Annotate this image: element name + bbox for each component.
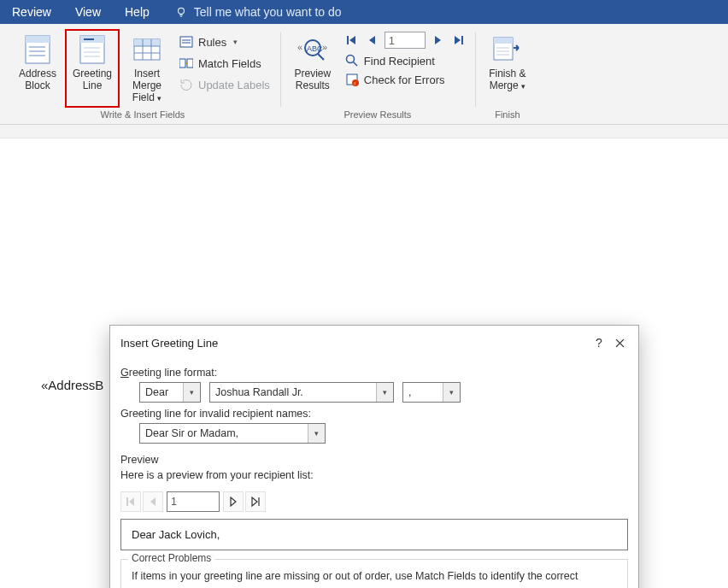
svg-text:»: »: [322, 42, 327, 52]
group-write-insert: Address Block Greeting Line Insert Merge…: [5, 29, 280, 122]
svg-rect-21: [179, 59, 185, 68]
update-labels-icon: [179, 78, 193, 91]
name-format-select[interactable]: Joshua Randall Jr. ▾: [209, 382, 394, 403]
preview-results-button[interactable]: «ABC» PreviewResults: [285, 29, 340, 108]
merge-field-addressblock: «AddressB: [41, 378, 103, 392]
group-label-preview: Preview Results: [343, 109, 411, 122]
svg-rect-40: [494, 38, 513, 44]
svg-marker-47: [129, 497, 134, 506]
dialog-help-button[interactable]: ?: [589, 332, 609, 353]
svg-marker-32: [455, 36, 461, 44]
group-label-write-insert: Write & Insert Fields: [101, 109, 185, 122]
tab-review[interactable]: Review: [0, 0, 63, 24]
insert-merge-field-button[interactable]: Insert MergeField ▾: [120, 29, 174, 108]
check-errors-button[interactable]: ! Check for Errors: [340, 70, 470, 89]
svg-marker-50: [252, 497, 257, 506]
chevron-down-icon: ▾: [376, 383, 393, 402]
svg-text:«: «: [297, 42, 302, 52]
svg-rect-46: [126, 497, 128, 506]
svg-marker-48: [150, 497, 156, 506]
prev-record-icon[interactable]: [364, 32, 381, 49]
svg-rect-28: [347, 36, 349, 44]
svg-text:ABC: ABC: [307, 44, 323, 53]
preview-first-button: [120, 491, 141, 512]
svg-rect-33: [461, 36, 463, 44]
preview-results-icon: «ABC»: [297, 34, 328, 65]
find-recipient-button[interactable]: Find Recipient: [340, 51, 470, 70]
chevron-down-icon: ▾: [443, 383, 460, 402]
ribbon-tabs: Review View Help Tell me what you want t…: [0, 0, 728, 24]
greeting-line-icon: [77, 34, 108, 65]
group-finish: Finish &Merge ▾ Finish: [475, 29, 540, 122]
invalid-greeting-select[interactable]: Dear Sir or Madam, ▾: [139, 423, 326, 444]
svg-point-37: [352, 79, 359, 86]
svg-point-0: [178, 8, 184, 14]
preview-last-button[interactable]: [245, 491, 266, 512]
ribbon: Address Block Greeting Line Insert Merge…: [0, 24, 728, 125]
tab-help[interactable]: Help: [113, 0, 161, 24]
insert-greeting-line-dialog: Insert Greeting Line ? Greeting line for…: [109, 325, 639, 588]
preview-text-box: Dear Jack Lovich,: [120, 519, 628, 550]
svg-line-26: [318, 54, 324, 60]
svg-rect-22: [187, 59, 193, 68]
lightbulb-icon: [175, 6, 187, 18]
greeting-line-format-label: Greeting line format:: [120, 362, 628, 382]
svg-marker-30: [369, 36, 375, 44]
tell-me-label: Tell me what you want to do: [194, 5, 342, 19]
svg-marker-31: [435, 36, 441, 44]
last-record-icon[interactable]: [449, 32, 467, 49]
greeting-line-label: Greeting Line: [68, 68, 116, 92]
dialog-close-button[interactable]: [609, 332, 630, 353]
punctuation-select[interactable]: , ▾: [402, 382, 461, 403]
find-recipient-icon: [345, 54, 359, 68]
insert-merge-field-icon: [132, 34, 162, 65]
tab-view[interactable]: View: [63, 0, 113, 24]
next-record-icon[interactable]: [429, 32, 446, 49]
chevron-down-icon: ▾: [308, 424, 325, 443]
record-navigation: [340, 29, 470, 51]
rules-button[interactable]: Rules▾: [174, 32, 275, 51]
preview-hint: Here is a preview from your recipient li…: [120, 469, 628, 485]
correct-problems-help: If items in your greeting line are missi…: [132, 568, 617, 588]
salutation-select[interactable]: Dear ▾: [139, 382, 201, 403]
rules-icon: [179, 35, 193, 49]
preview-label: Preview: [120, 444, 628, 469]
correct-problems-label: Correct Problems: [128, 552, 214, 564]
match-fields-icon: [179, 56, 193, 70]
svg-rect-13: [134, 39, 160, 46]
svg-marker-29: [349, 36, 355, 44]
tell-me-search[interactable]: Tell me what you want to do: [167, 5, 342, 19]
svg-line-35: [353, 62, 357, 67]
preview-record-input[interactable]: [167, 491, 220, 512]
finish-merge-icon: [492, 34, 523, 65]
match-fields-ribbon-button[interactable]: Match Fields: [174, 54, 275, 73]
check-errors-icon: !: [345, 73, 359, 86]
record-number-input[interactable]: [385, 32, 426, 49]
preview-next-button[interactable]: [223, 491, 244, 512]
preview-nav: [120, 485, 628, 519]
close-icon: [615, 338, 625, 348]
svg-point-34: [346, 56, 354, 63]
correct-problems-group: Correct Problems If items in your greeti…: [120, 559, 628, 588]
document-area: «AddressB Insert Greeting Line ? Greetin…: [0, 125, 728, 588]
address-block-label: Address Block: [14, 68, 62, 92]
greeting-line-button[interactable]: Greeting Line: [65, 29, 120, 108]
group-preview-results: «ABC» PreviewResults: [280, 29, 475, 122]
update-labels-button: Update Labels: [174, 75, 275, 94]
chevron-down-icon: ▾: [183, 383, 200, 402]
svg-rect-18: [180, 37, 192, 47]
first-record-icon[interactable]: [343, 32, 361, 49]
address-block-button[interactable]: Address Block: [10, 29, 65, 108]
preview-prev-button: [143, 491, 163, 512]
invalid-names-label: Greeting line for invalid recipient name…: [120, 403, 628, 423]
dialog-title: Insert Greeting Line: [120, 337, 589, 350]
group-label-finish: Finish: [495, 109, 520, 122]
svg-marker-49: [231, 497, 236, 506]
finish-merge-button[interactable]: Finish &Merge ▾: [480, 29, 535, 108]
svg-rect-2: [26, 36, 50, 43]
address-block-icon: [22, 34, 53, 65]
